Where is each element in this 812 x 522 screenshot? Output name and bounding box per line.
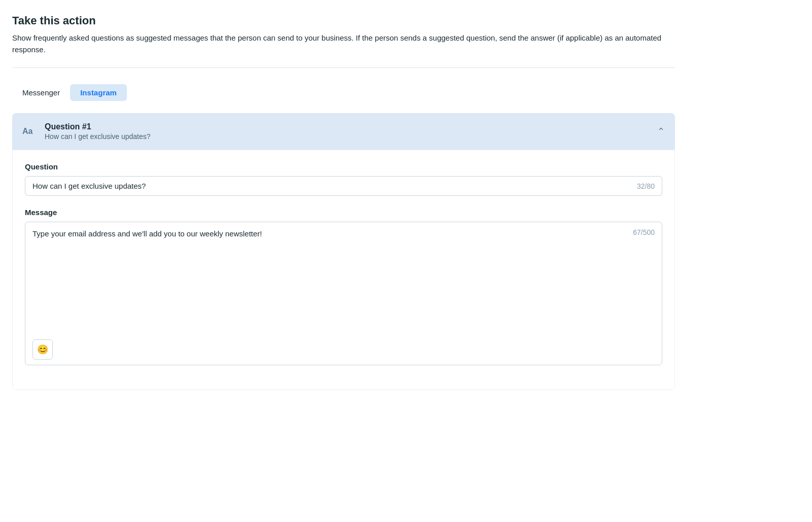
message-label: Message	[25, 208, 662, 217]
message-field-section: Message Type your email address and we'l…	[25, 208, 662, 365]
accordion-body: Question How can I get exclusive updates…	[13, 150, 674, 390]
header-section: Take this action Show frequently asked q…	[12, 14, 675, 68]
content-panel: Aa Question #1 How can I get exclusive u…	[12, 113, 675, 390]
emoji-button[interactable]: 😊	[32, 339, 53, 360]
accordion-title-block: Question #1 How can I get exclusive upda…	[45, 122, 649, 141]
question-char-count: 32/80	[637, 182, 655, 190]
question-field-section: Question How can I get exclusive updates…	[25, 162, 662, 196]
accordion-subtitle: How can I get exclusive updates?	[45, 132, 649, 141]
message-textarea-wrapper[interactable]: Type your email address and we'll add yo…	[25, 222, 662, 365]
accordion-font-icon: Aa	[22, 127, 37, 136]
textarea-body	[32, 240, 655, 331]
question-input-value: How can I get exclusive updates?	[32, 182, 632, 190]
page-title: Take this action	[12, 14, 675, 27]
chevron-up-icon: ⌃	[657, 126, 665, 137]
page-description: Show frequently asked questions as sugge…	[12, 32, 662, 55]
message-char-count: 67/500	[633, 228, 655, 236]
question-input-wrapper[interactable]: How can I get exclusive updates? 32/80	[25, 176, 662, 196]
question-label: Question	[25, 162, 662, 171]
emoji-toolbar: 😊	[32, 339, 655, 360]
tab-instagram[interactable]: Instagram	[70, 84, 127, 101]
tab-messenger[interactable]: Messenger	[12, 84, 70, 101]
textarea-content: Type your email address and we'll add yo…	[32, 228, 655, 240]
message-textarea-value: Type your email address and we'll add yo…	[32, 228, 628, 240]
tabs-row: Messenger Instagram	[12, 80, 675, 101]
accordion-title: Question #1	[45, 122, 649, 131]
accordion-header[interactable]: Aa Question #1 How can I get exclusive u…	[12, 113, 675, 150]
